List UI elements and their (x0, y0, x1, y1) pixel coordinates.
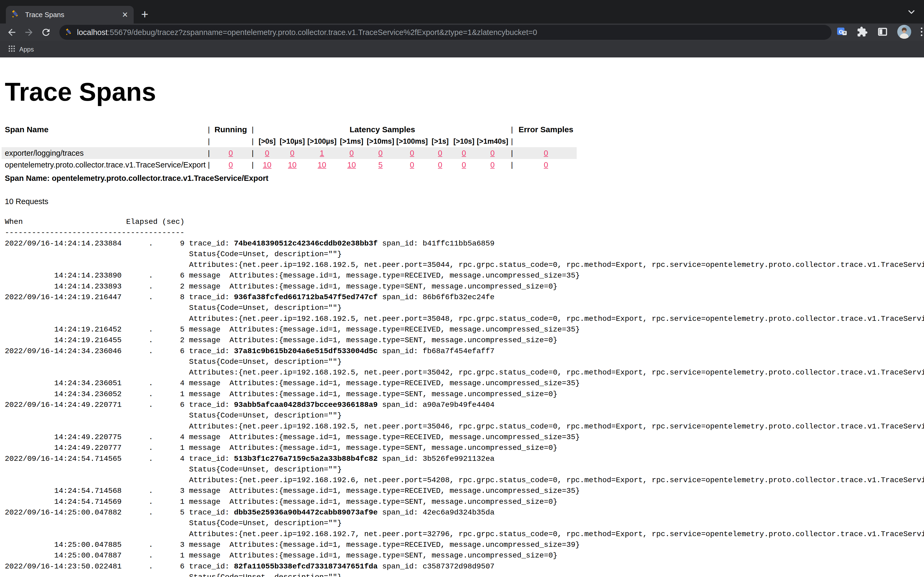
column-separator: | (205, 135, 212, 147)
translate-icon[interactable]: G (836, 26, 848, 39)
latency-count-link[interactable]: 0 (462, 161, 466, 169)
tab-close-icon[interactable]: × (121, 10, 129, 19)
table-header-row: Span Name|Running|Latency Samples|Error … (2, 124, 577, 135)
bucket-label: [>1m40s] (476, 135, 509, 147)
bucket-label: [>10ms] (365, 135, 396, 147)
apps-shortcut[interactable]: Apps (8, 45, 34, 54)
page-content: Trace Spans Span Name|Running|Latency Sa… (0, 77, 924, 577)
latency-count-link[interactable]: 0 (462, 149, 466, 157)
bucket-label: [>100µs] (306, 135, 338, 147)
new-tab-button[interactable]: + (141, 8, 149, 20)
requests-pre: When Elapsed (sec) ---------------------… (5, 217, 924, 577)
bucket-label: [>0s] (256, 135, 278, 147)
latency-count-link[interactable]: 0 (490, 149, 494, 157)
span-name-cell: opentelemetry.proto.collector.trace.v1.T… (2, 159, 205, 171)
running-count-link[interactable]: 0 (229, 149, 233, 157)
col-header-error-samples: Error Samples (515, 124, 577, 135)
latency-count-link[interactable]: 0 (290, 149, 294, 157)
latency-count-link[interactable]: 0 (438, 149, 442, 157)
apps-label: Apps (19, 46, 34, 53)
tab-search-chevron-icon[interactable] (906, 7, 916, 18)
tab-title: Trace Spans (25, 11, 121, 19)
bucket-label: [>10µs] (278, 135, 306, 147)
bucket-label: [>10s] (452, 135, 476, 147)
column-separator: | (249, 124, 256, 135)
back-button[interactable] (6, 27, 17, 38)
error-count-link[interactable]: 0 (544, 161, 548, 169)
browser-menu-kebab-icon[interactable] (920, 26, 923, 39)
running-count-link[interactable]: 0 (229, 161, 233, 169)
col-header-latency-samples: Latency Samples (256, 124, 509, 135)
bucket-label: [>1s] (428, 135, 452, 147)
url-path: :55679/debug/tracez?zspanname=openteleme… (107, 28, 537, 37)
requests-count: 10 Requests (5, 197, 924, 206)
latency-count-link[interactable]: 0 (438, 161, 442, 169)
tab-strip: Trace Spans × + (0, 0, 924, 24)
latency-count-link[interactable]: 0 (378, 149, 383, 157)
column-separator: | (509, 135, 515, 147)
column-separator: | (205, 147, 212, 159)
column-separator: | (509, 124, 515, 135)
error-count-link[interactable]: 0 (544, 149, 548, 157)
column-separator: | (249, 147, 256, 159)
table-row: opentelemetry.proto.collector.trace.v1.T… (2, 159, 577, 171)
column-separator: | (509, 159, 515, 171)
url-bar[interactable]: localhost:55679/debug/tracez?zspanname=o… (59, 25, 832, 40)
bucket-header-row: ||[>0s][>10µs][>100µs][>1ms][>10ms][>100… (2, 135, 577, 147)
latency-count-link[interactable]: 10 (263, 161, 271, 169)
latency-count-link[interactable]: 0 (265, 149, 269, 157)
reload-button[interactable] (40, 27, 51, 38)
browser-toolbar: localhost:55679/debug/tracez?zspanname=o… (0, 24, 924, 41)
col-header-span-name: Span Name (2, 124, 205, 135)
column-separator: | (205, 159, 212, 171)
latency-count-link[interactable]: 0 (490, 161, 494, 169)
apps-grid-icon (8, 45, 16, 54)
latency-count-link[interactable]: 0 (410, 149, 414, 157)
extensions-puzzle-icon[interactable] (857, 26, 868, 39)
latency-count-link[interactable]: 10 (318, 161, 326, 169)
site-favicon-icon (65, 28, 73, 37)
url-text[interactable]: localhost:55679/debug/tracez?zspanname=o… (77, 28, 537, 37)
bookmarks-bar: Apps (0, 41, 924, 57)
latency-count-link[interactable]: 10 (288, 161, 297, 169)
col-header-running: Running (212, 124, 249, 135)
column-separator: | (249, 135, 256, 147)
latency-table: Span Name|Running|Latency Samples|Error … (2, 124, 577, 171)
side-panel-icon[interactable] (877, 26, 888, 39)
page-title: Trace Spans (5, 77, 924, 106)
latency-count-link[interactable]: 5 (378, 161, 383, 169)
column-separator: | (205, 124, 212, 135)
column-separator: | (249, 159, 256, 171)
url-host: localhost (77, 28, 107, 37)
latency-count-link[interactable]: 1 (320, 149, 324, 157)
latency-count-link[interactable]: 0 (349, 149, 354, 157)
browser-tab[interactable]: Trace Spans × (6, 6, 134, 24)
column-separator: | (509, 147, 515, 159)
profile-avatar[interactable] (897, 25, 911, 40)
telescope-favicon-icon (11, 9, 20, 20)
latency-count-link[interactable]: 10 (347, 161, 356, 169)
table-row: exporter/logging/traces|0|001000000|0 (2, 147, 577, 159)
bucket-label: [>1ms] (338, 135, 365, 147)
span-name-cell: exporter/logging/traces (2, 147, 205, 159)
forward-button[interactable] (24, 27, 34, 38)
selected-span-name-line: Span Name: opentelemetry.proto.collector… (5, 174, 924, 183)
latency-count-link[interactable]: 0 (410, 161, 414, 169)
bucket-label: [>100ms] (396, 135, 428, 147)
